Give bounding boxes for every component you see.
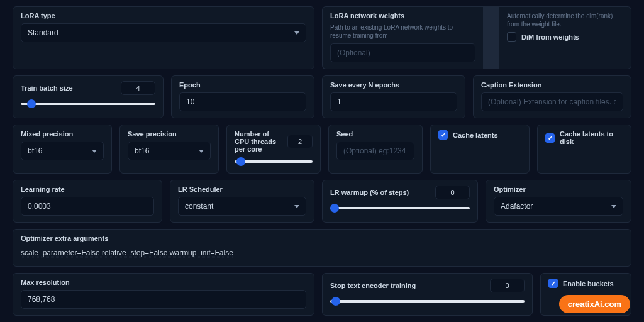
cpu-threads-value[interactable]: 2	[287, 135, 313, 148]
seed-input[interactable]	[336, 142, 414, 160]
train-batch-value[interactable]: 4	[121, 81, 155, 95]
optimizer-value: Adafactor	[501, 202, 533, 211]
lr-sched-select[interactable]: constant	[178, 197, 306, 216]
dim-weights-help: Automatically determine the dim(rank) fr…	[507, 12, 623, 28]
lora-weights-input[interactable]	[330, 43, 475, 62]
max-res-label: Max resolution	[21, 279, 306, 286]
lr-warmup-label: LR warmup (% of steps)	[330, 189, 409, 196]
lr-input[interactable]	[21, 197, 154, 216]
chevron-down-icon	[294, 31, 299, 35]
lora-weights-help: Path to an existing LoRA network weights…	[330, 23, 475, 40]
cache-latents-disk-label: Cache latents to disk	[560, 130, 623, 145]
lr-warmup-value[interactable]: 0	[435, 186, 470, 199]
save-n-input[interactable]	[330, 92, 457, 111]
stop-te-slider[interactable]	[330, 296, 525, 306]
cache-latents-disk-checkbox[interactable]	[545, 133, 555, 143]
lora-type-select[interactable]: Standard	[21, 23, 306, 42]
lora-type-value: Standard	[28, 28, 58, 37]
cache-latents-label: Cache latents	[453, 131, 498, 139]
enable-buckets-label: Enable buckets	[563, 280, 614, 287]
enable-buckets-checkbox[interactable]	[548, 279, 558, 288]
epoch-label: Epoch	[179, 81, 306, 89]
lr-label: Learning rate	[21, 186, 154, 193]
mixed-prec-select[interactable]: bf16	[21, 142, 104, 160]
caption-ext-input[interactable]	[481, 92, 623, 111]
lora-weights-label: LoRA network weights	[330, 12, 475, 19]
train-batch-label: Train batch size	[21, 84, 73, 92]
seed-label: Seed	[336, 130, 414, 138]
lora-type-label: LoRA type	[21, 12, 306, 19]
lr-warmup-slider[interactable]	[330, 203, 470, 213]
opt-args-input[interactable]: scale_parameter=False relative_step=Fals…	[21, 246, 623, 260]
stop-te-value[interactable]: 0	[490, 279, 525, 292]
chevron-down-icon	[611, 205, 616, 208]
mixed-prec-label: Mixed precision	[21, 130, 104, 138]
dim-weights-checkbox[interactable]	[507, 32, 516, 42]
mixed-prec-value: bf16	[28, 147, 42, 155]
save-n-label: Save every N epochs	[330, 81, 457, 89]
caption-ext-label: Caption Extension	[481, 81, 623, 89]
lr-sched-value: constant	[185, 202, 213, 211]
optimizer-label: Optimizer	[494, 186, 623, 193]
cpu-threads-slider[interactable]	[235, 157, 313, 167]
save-prec-select[interactable]: bf16	[128, 142, 211, 160]
lr-sched-label: LR Scheduler	[178, 186, 306, 193]
watermark-badge: creatixAi.com	[559, 295, 630, 313]
save-prec-value: bf16	[135, 147, 149, 155]
max-res-input[interactable]	[21, 290, 306, 309]
chevron-down-icon	[199, 150, 204, 153]
dim-weights-label: DiM from weights	[521, 33, 579, 41]
chevron-down-icon	[294, 205, 299, 208]
opt-args-label: Optimizer extra arguments	[21, 235, 623, 242]
epoch-input[interactable]	[179, 92, 306, 111]
train-batch-slider[interactable]	[21, 99, 155, 109]
save-prec-label: Save precision	[128, 130, 211, 138]
optimizer-select[interactable]: Adafactor	[494, 197, 623, 216]
cpu-threads-label: Number of CPU threads per core	[235, 130, 285, 153]
cache-latents-checkbox[interactable]	[438, 130, 448, 140]
chevron-down-icon	[92, 150, 97, 153]
stop-te-label: Stop text encoder training	[330, 282, 416, 289]
